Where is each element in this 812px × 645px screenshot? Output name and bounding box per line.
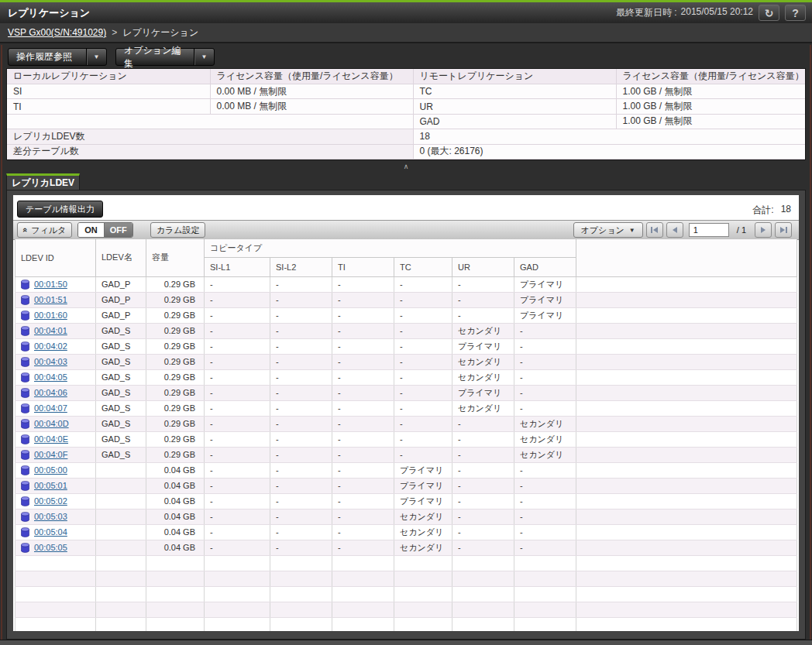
page-number-input[interactable] — [689, 223, 729, 237]
column-header-capacity: 容量 — [146, 239, 205, 276]
column-header-ur: UR — [452, 257, 514, 276]
tc-cell: - — [394, 307, 452, 323]
gad-cell: プライマリ — [514, 292, 576, 307]
ldev-volume-icon — [21, 543, 29, 553]
filter-on-button[interactable]: ON — [78, 223, 104, 237]
last-page-button[interactable] — [775, 222, 792, 238]
ldev-id-link[interactable]: 00:04:01 — [34, 326, 67, 335]
ti-cell: - — [332, 354, 394, 369]
ti-cell: - — [332, 431, 394, 447]
ldev-id-link[interactable]: 00:04:06 — [34, 388, 67, 397]
ldev-id-link[interactable]: 00:04:03 — [34, 357, 67, 366]
ldev-name-cell — [96, 462, 146, 478]
ldev-id-link[interactable]: 00:05:05 — [34, 543, 67, 552]
first-page-button[interactable] — [646, 222, 663, 238]
diff-table-count-label: 差分テーブル数 — [7, 144, 413, 159]
ldev-id-link[interactable]: 00:05:03 — [34, 512, 67, 521]
spacer-cell — [576, 307, 797, 323]
collapse-arrow-icon: ∧ — [404, 163, 409, 170]
column-settings-button[interactable]: カラム設定 — [150, 222, 206, 238]
ldev-name-cell: GAD_S — [96, 369, 146, 385]
ldev-name-cell: GAD_S — [96, 385, 146, 400]
filter-on-off-switch: ON OFF — [77, 222, 133, 238]
replica-ldev-panel: テーブル情報出力 合計: 18 « フィルタ ON OFF カラム設定 — [6, 190, 806, 640]
ldev-id-link[interactable]: 00:04:0F — [34, 450, 67, 459]
gad-cell: - — [514, 354, 576, 369]
ldev-id-link[interactable]: 00:05:02 — [34, 496, 67, 506]
total-count: 合計: 18 — [752, 204, 791, 217]
ldev-id-link[interactable]: 00:04:07 — [34, 403, 67, 413]
ldev-name-cell: GAD_P — [96, 292, 146, 307]
export-table-info-button[interactable]: テーブル情報出力 — [17, 201, 103, 218]
ldev-id-link[interactable]: 00:04:0D — [34, 419, 69, 428]
ldev-id-link[interactable]: 00:01:60 — [34, 310, 67, 320]
ldev-volume-icon — [21, 280, 29, 290]
ldev-id-link[interactable]: 00:05:00 — [34, 465, 67, 475]
breadcrumb-separator: > — [112, 27, 117, 38]
edit-options-button[interactable]: オプション編集 ▼ — [115, 48, 215, 66]
filter-off-button[interactable]: OFF — [104, 223, 132, 237]
capacity-cell: 0.29 GB — [146, 354, 205, 369]
ti-cell: - — [332, 462, 394, 478]
tc-cell: セカンダリ — [394, 540, 452, 555]
next-page-icon — [761, 227, 766, 233]
refresh-button[interactable]: ↻ — [759, 5, 779, 21]
si-l1-cell: - — [205, 385, 270, 400]
table-row: 00:05:04 0.04 GB - - - セカンダリ - - — [15, 524, 797, 540]
si-l1-cell: - — [205, 478, 270, 493]
ti-cell: - — [332, 524, 394, 540]
breadcrumb-root-link[interactable]: VSP Gx00(S/N:491029) — [8, 27, 106, 38]
ldev-id-link[interactable]: 00:04:05 — [34, 372, 67, 382]
previous-page-button[interactable] — [666, 222, 683, 238]
si-l2-cell: - — [270, 354, 332, 369]
ti-cell: - — [332, 509, 394, 524]
table-row: 00:01:60 GAD_P 0.29 GB - - - - - プライマリ — [15, 307, 797, 323]
ur-cell: - — [452, 431, 514, 447]
next-page-button[interactable] — [755, 222, 772, 238]
operation-history-button[interactable]: 操作履歴参照 ▼ — [8, 48, 107, 66]
ldev-id-link[interactable]: 00:05:04 — [34, 527, 67, 537]
table-row: 00:04:06 GAD_S 0.29 GB - - - - プライマリ - — [15, 385, 797, 400]
column-header-tc: TC — [394, 257, 452, 276]
ldev-id-link[interactable]: 00:01:50 — [34, 280, 67, 289]
ldev-name-cell: GAD_S — [96, 431, 146, 447]
capacity-cell: 0.29 GB — [146, 400, 205, 416]
tc-cell: - — [394, 369, 452, 385]
option-button[interactable]: オプション ▼ — [573, 222, 643, 238]
si-l1-cell: - — [205, 323, 270, 338]
ur-cell: セカンダリ — [452, 369, 514, 385]
remote-row-name: UR — [413, 99, 616, 114]
ldev-id-link[interactable]: 00:05:01 — [34, 481, 67, 490]
column-header-si-l1: SI-L1 — [205, 257, 270, 276]
spacer-cell — [576, 292, 797, 307]
column-header-copy-type: コピータイプ — [205, 239, 576, 257]
chevron-down-icon[interactable]: ▼ — [86, 49, 106, 65]
bottom-frame-strip — [0, 640, 812, 645]
ldev-id-link[interactable]: 00:01:51 — [34, 295, 67, 304]
tab-replica-ldev[interactable]: レプリカLDEV — [6, 173, 80, 190]
local-row-license: 0.00 MB / 無制限 — [210, 99, 413, 114]
ldev-name-cell — [96, 524, 146, 540]
ldev-id-link[interactable]: 00:04:0E — [34, 434, 68, 444]
local-row-license: 0.00 MB / 無制限 — [210, 84, 413, 98]
gad-cell: - — [514, 478, 576, 493]
spacer-cell — [576, 540, 797, 555]
replication-page: レプリケーション 最終更新日時 : 2015/05/15 20:12 ↻ ? V… — [0, 0, 812, 645]
ldev-volume-icon — [21, 434, 29, 444]
tc-cell: プライマリ — [394, 462, 452, 478]
ti-cell: - — [332, 400, 394, 416]
ti-cell: - — [332, 276, 394, 292]
ti-cell: - — [332, 493, 394, 509]
summary-collapse-button[interactable]: ∧ — [6, 160, 806, 173]
table-row: 00:01:51 GAD_P 0.29 GB - - - - - プライマリ — [15, 292, 797, 307]
spacer-cell — [576, 385, 797, 400]
tc-cell: プライマリ — [394, 478, 452, 493]
ldev-id-link[interactable]: 00:04:02 — [34, 341, 67, 351]
chevron-down-icon: ▼ — [629, 227, 635, 234]
si-l2-cell: - — [270, 447, 332, 462]
breadcrumb-current: レプリケーション — [122, 26, 198, 39]
help-button[interactable]: ? — [785, 5, 806, 21]
gad-cell: - — [514, 524, 576, 540]
chevron-down-icon[interactable]: ▼ — [194, 49, 214, 65]
filter-button[interactable]: « フィルタ — [17, 222, 72, 238]
